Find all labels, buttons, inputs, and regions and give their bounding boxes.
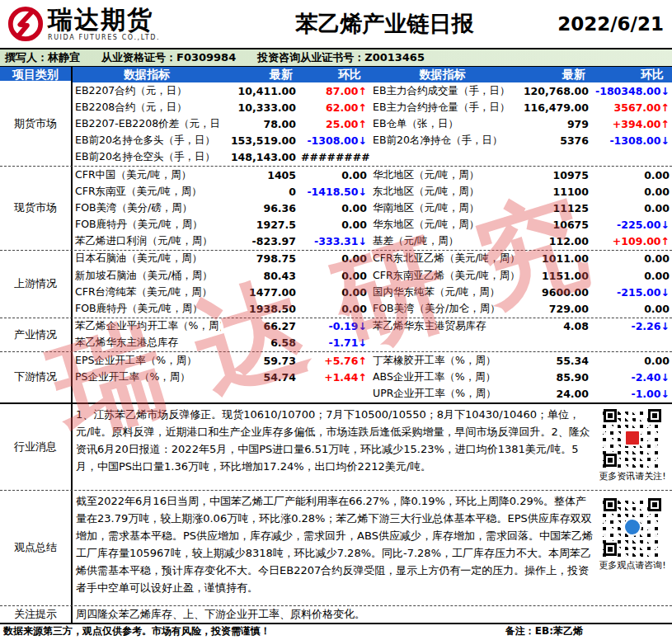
latest-value: 1938.50	[221, 303, 301, 315]
indicator-label: CFR东北亚乙烯（美元/吨，周）	[369, 252, 515, 266]
latest-value: 78.00	[221, 118, 301, 130]
latest-value: 10,411.00	[221, 85, 301, 97]
group-rows: 苯乙烯企业平均开工率（%，周）66.27-0.19↓苯乙烯华东主港贸易库存4.0…	[73, 318, 672, 351]
group-rows: CFR中国（美元/吨，周）14050.00华北地区（元/吨，周）109750.0…	[73, 167, 672, 250]
qr-finder-icon	[604, 409, 617, 422]
section-industry-news: 行业消息 1、江苏苯乙烯市场反弹修正。现货10610/10700；7月下1050…	[0, 402, 672, 490]
category-label: 产业情况	[0, 318, 73, 351]
col-header-change-right: 环比	[594, 67, 672, 82]
table-row: 新加坡石脑油（美元/桶，周）80.430.00CFR东南亚乙烯（美元/吨，周）1…	[73, 267, 672, 284]
company-logo: 瑞达期货 RUIDA FUTURES CO.,LTD.	[0, 5, 213, 43]
col-header-indicator-right: 数据指标	[369, 67, 515, 82]
latest-value: 6.58	[221, 336, 301, 349]
latest-value: 0	[221, 186, 301, 198]
latest-value: 4.08	[515, 320, 594, 332]
section-viewpoint-summary: 观点总结 截至2022年6月16日当周，中国苯乙烯工厂产能利用率在66.27%，…	[0, 490, 672, 605]
ruida-logo-icon	[7, 5, 45, 43]
table-row: EB前20名持仓多头（手，日）153,519.00-1308.00↓EB前20名…	[73, 133, 672, 149]
qr-finder-icon	[604, 498, 617, 511]
industry-news-text: 1、江苏苯乙烯市场反弹修正。现货10610/10700；7月下10500/105…	[73, 404, 672, 490]
change-value: 0.00	[594, 355, 672, 367]
qr-center-logo-icon	[624, 430, 641, 446]
indicator-label: 日本石脑油（美元/吨，周）	[73, 252, 221, 266]
change-value: -1308.00↓	[301, 134, 369, 147]
news-qr-caption: 更多资讯请关注!	[597, 470, 668, 482]
company-subtitle: RUIDA FUTURES CO.,LTD.	[48, 34, 160, 41]
report-footer: 数据来源第三方，观点仅供参考。市场有风险，投资需谨慎！ 备注：EB:苯乙烯	[0, 623, 672, 638]
indicator-label: CFR东南亚（美元/吨，周）	[73, 185, 221, 199]
change-value: 62.00↑	[301, 101, 369, 114]
attention-alert-text: 周四隆众苯乙烯库存、上、下游企业开工率、原料价格变化。	[73, 606, 672, 623]
indicator-label: CFR东南亚乙烯（美元/吨，周）	[369, 269, 515, 283]
table-group: 产业情况苯乙烯企业平均开工率（%，周）66.27-0.19↓苯乙烯华东主港贸易库…	[0, 318, 672, 351]
change-value: -1308.00↓	[594, 134, 672, 147]
latest-value: 10975	[515, 169, 594, 181]
latest-value: 798.75	[221, 252, 301, 265]
change-value: +394.00↑	[594, 118, 672, 130]
disclaimer-text: 数据来源第三方，观点仅供参考。市场有风险，投资需谨慎！	[3, 624, 270, 638]
latest-value: 116,479.00	[515, 101, 594, 114]
indicator-label: 苯乙烯华东主港总库存	[73, 336, 221, 350]
latest-value: 9600.00	[515, 286, 594, 299]
indicator-label: EB仓单（张，日）	[369, 117, 515, 131]
latest-value: 24.00	[515, 388, 594, 400]
change-value: 0.00	[594, 252, 672, 265]
indicator-label: FOB鹿特丹（美元/吨，周）	[73, 302, 221, 316]
change-value: 0.00	[594, 202, 672, 214]
viewpoint-summary-text: 截至2022年6月16日当周，中国苯乙烯工厂产能利用率在66.27%，降0.19…	[73, 491, 672, 605]
indicator-label: 东北地区（元/吨，周）	[369, 185, 515, 199]
col-header-category: 项目类别	[0, 67, 73, 82]
table-row: 苯乙烯华东主港总库存6.58-1.71↓	[73, 335, 672, 351]
company-name: 瑞达期货	[48, 7, 160, 32]
qualification-number: 从业资格证号：F0309984	[101, 50, 236, 65]
indicator-label: 华东地区（元/吨，周）	[369, 218, 515, 232]
indicator-label: 华北地区（元/吨，周）	[369, 168, 515, 182]
table-row: EB前20名持仓空头（手，日）148,143.00##########	[73, 149, 672, 166]
latest-value: 120,768.00	[515, 85, 594, 97]
change-value: -1418.50↓	[301, 186, 369, 198]
change-value: 0.00	[594, 186, 672, 198]
category-label: 上游情况	[0, 251, 73, 318]
change-value: +5.76↑	[301, 355, 369, 367]
latest-value: 148,143.00	[221, 151, 301, 163]
indicator-label: EB主力合约成交量（手，日）	[369, 84, 515, 98]
change-value: 0.00	[301, 169, 369, 181]
latest-value: 80.43	[221, 270, 301, 282]
qr-finder-icon	[604, 543, 617, 556]
table-row: CFR中国（美元/吨，周）14050.00华北地区（元/吨，周）109750.0…	[73, 167, 672, 183]
indicator-label: ABS企业开工率（%，周）	[369, 370, 515, 384]
latest-value: 10675	[515, 219, 594, 231]
indicator-label: EB2207合约（元，日）	[73, 84, 221, 98]
latest-value: 54.74	[221, 371, 301, 384]
col-header-change-left: 环比	[301, 67, 369, 82]
table-row: PS企业开工率（%，周）54.74+1.44↑ABS企业开工率（%，周）85.9…	[73, 369, 672, 385]
indicator-label: CFR中国（美元/吨，周）	[73, 168, 221, 182]
indicator-label: 苯乙烯进口利润（元/吨，周）	[73, 234, 221, 248]
table-row: 苯乙烯进口利润（元/吨，周）-823.97-333.31↓基差（元/吨，周）11…	[73, 233, 672, 250]
change-value: -215.00↓	[594, 286, 672, 299]
change-value: 0.00	[301, 286, 369, 299]
qr-code-news	[603, 408, 662, 468]
table-row: CFR台湾纯苯（美元/吨，周）1477.000.00国内华东纯苯（元/吨，周）9…	[73, 284, 672, 300]
change-value: +1.44↑	[301, 371, 369, 384]
report-banner: 瑞达期货 RUIDA FUTURES CO.,LTD. 苯乙烯产业链日报 202…	[0, 0, 672, 48]
change-value: -225.00↓	[594, 219, 672, 231]
latest-value: 1011.00	[515, 252, 594, 265]
qr-finder-icon	[604, 454, 617, 467]
change-value: 0.00	[594, 303, 672, 315]
category-label: 关注提示	[0, 606, 73, 623]
latest-value: 1927.5	[221, 219, 301, 231]
indicator-label: 苯乙烯企业平均开工率（%，周）	[73, 319, 221, 333]
table-row: FOB鹿特丹（美元/吨，周）1927.50.00华东地区（元/吨，周）10675…	[73, 217, 672, 233]
indicator-label: 华南地区（元/吨，周）	[369, 201, 515, 215]
indicator-label: EB前20名净持仓（手，日）	[369, 134, 515, 148]
table-group: 现货市场CFR中国（美元/吨，周）14050.00华北地区（元/吨，周）1097…	[0, 166, 672, 250]
change-value: 0.00	[301, 252, 369, 265]
change-value: -0.19↓	[301, 320, 369, 332]
latest-value: 5376	[515, 134, 594, 147]
summary-qr-block: 更多观点请咨询!	[597, 497, 668, 572]
change-value: 3567.00↑	[594, 101, 672, 114]
latest-value: -823.97	[221, 235, 301, 247]
indicator-label: EB前20名持仓空头（手，日）	[73, 150, 221, 164]
latest-value: 85.90	[515, 371, 594, 384]
